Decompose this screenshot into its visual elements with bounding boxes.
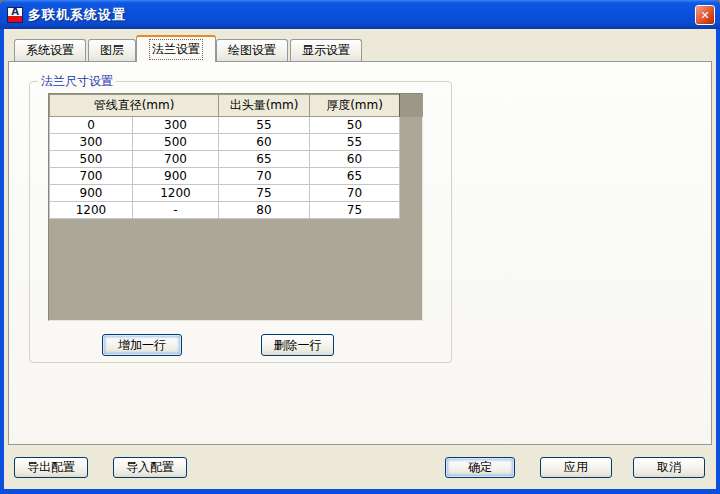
table-cell[interactable]: 65 — [310, 168, 400, 185]
window-title: 多联机系统设置 — [28, 6, 126, 24]
table-cell[interactable]: 500 — [50, 151, 133, 168]
table-cell[interactable]: 75 — [219, 185, 310, 202]
flange-size-groupbox: 法兰尺寸设置 管线直径(mm) 出头量(mm) 厚度(mm) — [29, 81, 452, 363]
table-cell[interactable]: 70 — [310, 185, 400, 202]
table-cell[interactable]: 55 — [310, 134, 400, 151]
col-header-thickness: 厚度(mm) — [310, 95, 400, 117]
tab-panel-flange: 法兰尺寸设置 管线直径(mm) 出头量(mm) 厚度(mm) — [8, 61, 712, 445]
table-cell[interactable]: 60 — [310, 151, 400, 168]
tab-system-settings[interactable]: 系统设置 — [14, 39, 86, 61]
add-row-button[interactable]: 增加一行 — [102, 334, 182, 356]
tab-display-settings[interactable]: 显示设置 — [290, 39, 362, 61]
import-config-button[interactable]: 导入配置 — [113, 457, 187, 478]
col-header-protrusion: 出头量(mm) — [219, 95, 310, 117]
table-cell[interactable]: 70 — [219, 168, 310, 185]
dialog-body: 系统设置 图层 法兰设置 绘图设置 显示设置 法兰尺寸设置 — [4, 29, 716, 489]
tab-bar: 系统设置 图层 法兰设置 绘图设置 显示设置 — [14, 33, 362, 61]
table-cell[interactable]: 700 — [50, 168, 133, 185]
table-cell[interactable]: - — [133, 202, 219, 219]
table-cell[interactable]: 300 — [50, 134, 133, 151]
tab-flange-settings[interactable]: 法兰设置 — [136, 35, 216, 62]
app-icon: A — [7, 7, 23, 23]
ok-button[interactable]: 确定 — [445, 457, 515, 478]
table-cell[interactable]: 700 — [133, 151, 219, 168]
table-cell[interactable]: 50 — [310, 117, 400, 134]
groupbox-title: 法兰尺寸设置 — [38, 73, 116, 90]
table-row: 500 700 65 60 — [50, 151, 400, 168]
col-header-pipe-diameter: 管线直径(mm) — [50, 95, 219, 117]
delete-row-button[interactable]: 删除一行 — [261, 334, 334, 356]
table-row: 900 1200 75 70 — [50, 185, 400, 202]
table-row: 0 300 55 50 — [50, 117, 400, 134]
table-cell[interactable]: 900 — [133, 168, 219, 185]
table-cell[interactable]: 60 — [219, 134, 310, 151]
table-cell[interactable]: 1200 — [50, 202, 133, 219]
table-cell[interactable]: 300 — [133, 117, 219, 134]
table-corner-cell — [399, 94, 423, 117]
tab-drawing-settings[interactable]: 绘图设置 — [216, 39, 288, 61]
table-cell[interactable]: 1200 — [133, 185, 219, 202]
table-cell[interactable]: 75 — [310, 202, 400, 219]
table-cell[interactable]: 900 — [50, 185, 133, 202]
apply-button[interactable]: 应用 — [540, 457, 612, 478]
table-cell[interactable]: 0 — [50, 117, 133, 134]
table-row: 1200 - 80 75 — [50, 202, 400, 219]
close-icon: ✕ — [700, 9, 709, 22]
table-cell[interactable]: 80 — [219, 202, 310, 219]
table-cell[interactable]: 65 — [219, 151, 310, 168]
title-bar[interactable]: A 多联机系统设置 ✕ — [0, 0, 720, 29]
close-button[interactable]: ✕ — [695, 5, 715, 25]
cancel-button[interactable]: 取消 — [633, 457, 705, 478]
export-config-button[interactable]: 导出配置 — [14, 457, 88, 478]
table-row: 300 500 60 55 — [50, 134, 400, 151]
tab-layers[interactable]: 图层 — [88, 39, 136, 61]
table-cell[interactable]: 55 — [219, 117, 310, 134]
flange-table-widget: 管线直径(mm) 出头量(mm) 厚度(mm) 0 300 55 50 — [48, 93, 423, 321]
table-cell[interactable]: 500 — [133, 134, 219, 151]
settings-dialog: A 多联机系统设置 ✕ 系统设置 图层 法兰设置 绘图设置 显示设置 — [0, 0, 720, 494]
flange-table: 管线直径(mm) 出头量(mm) 厚度(mm) 0 300 55 50 — [49, 94, 400, 219]
table-header-row: 管线直径(mm) 出头量(mm) 厚度(mm) — [50, 95, 400, 117]
table-row: 700 900 70 65 — [50, 168, 400, 185]
